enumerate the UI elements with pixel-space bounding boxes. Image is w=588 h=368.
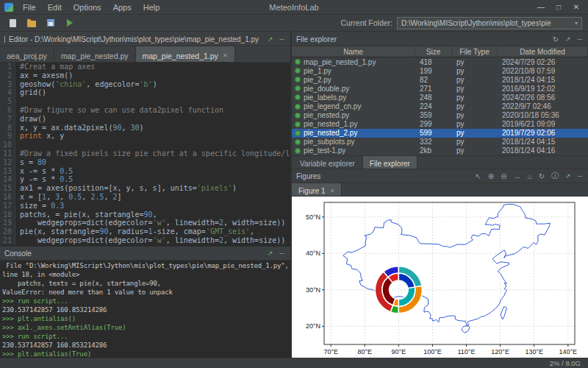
float-panel-icon[interactable]: ↗ [266, 250, 275, 257]
svg-text:20°N: 20°N [306, 322, 320, 330]
file-row[interactable]: pie_double.py271py2016/9/19 12:02 [292, 84, 588, 93]
column-header-date-modified[interactable]: Date Modified [498, 46, 588, 57]
figure-tabs: Figure 1 ✕ [292, 183, 588, 197]
file-row[interactable]: pie_subplots.py332py2018/1/24 04:15 [292, 138, 588, 146]
file-row[interactable]: pie_1.py199py2022/10/8 07:59 [292, 66, 588, 75]
current-folder-value: D:\Working\MIScript\Jython\mis\plot_type… [401, 19, 551, 27]
file-name: pie_labels.py [304, 93, 346, 102]
collapse-panel-icon[interactable]: ─ [576, 35, 584, 43]
figure-tab[interactable]: Figure 1 ✕ [292, 183, 342, 196]
collapse-panel-icon[interactable]: ─ [576, 172, 584, 180]
file-type-cell: py [452, 146, 498, 155]
column-header-size[interactable]: Size [415, 46, 452, 57]
file-type-cell: py [452, 67, 498, 75]
svg-text:80°E: 80°E [357, 348, 372, 355]
file-name: pie_nested_2.py [304, 129, 357, 137]
file-name: pie_1.py [304, 67, 331, 75]
float-panel-icon[interactable]: ↗ [266, 35, 275, 43]
console-line: >>> plt.antialias(True) [2, 350, 288, 358]
file-row[interactable]: pie_nested.py359py2020/10/18 05:36 [292, 111, 588, 120]
file-type-cell: py [452, 129, 498, 137]
editor-tab[interactable]: map_pie_nested.py [54, 46, 136, 62]
svg-text:40°N: 40°N [306, 250, 320, 257]
python-file-icon [295, 139, 301, 145]
open-file-button[interactable] [25, 16, 38, 29]
file-row[interactable]: pie_2.py82py2018/1/24 04:15 [292, 75, 588, 84]
python-file-icon [295, 94, 301, 100]
tab-variable-explorer[interactable]: Variable explorer [293, 156, 362, 169]
code-line: 2ax = axesm() [0, 71, 290, 80]
tab-close-icon[interactable]: ✕ [330, 188, 335, 194]
run-button[interactable] [63, 16, 76, 29]
file-row[interactable]: map_pie_nested_1.py418py2024/7/29 02:26 [292, 57, 588, 66]
full-extent-icon[interactable]: ⌂ [526, 172, 534, 180]
figure-canvas[interactable]: 70°E80°E90°E100°E110°E120°E130°E140°E20°… [292, 197, 588, 358]
code-editor[interactable]: 1#Creat a map axes2ax = axesm()3geoshow(… [0, 63, 290, 247]
file-type-cell: py [452, 138, 498, 146]
editor-tab[interactable]: map_pie_nested_1.py✕ [136, 46, 235, 62]
code-text: pie(x, startangle=90, radius=1-size, cma… [20, 227, 254, 236]
file-row[interactable]: pie_legend_cn.py224py2022/9/7 02:46 [292, 102, 588, 110]
file-row[interactable]: pie_nested_2.py599py2019/7/29 02:06 [292, 129, 588, 138]
select-cursor-icon[interactable]: ↖ [473, 172, 482, 180]
zoom-in-icon[interactable]: ⊕ [487, 172, 495, 180]
save-button[interactable] [44, 16, 57, 29]
python-file-icon [295, 113, 301, 118]
current-folder-combobox[interactable]: D:\Working\MIScript\Jython\mis\plot_type… [397, 17, 582, 29]
tab-file-explorer[interactable]: File explorer [363, 156, 417, 169]
file-table-header[interactable]: NameSizeFile TypeDate Modified [292, 46, 588, 57]
file-row[interactable]: pie_labels.py248py2024/2/26 08:56 [292, 93, 588, 102]
column-header-file-type[interactable]: File Type [452, 46, 498, 57]
file-type-cell: py [452, 111, 498, 119]
line-number: 9 [0, 132, 15, 141]
console-line: >>> run script... [2, 332, 288, 341]
python-file-icon [295, 130, 301, 136]
file-row[interactable]: pie_test-1.py2kbpy2018/1/24 04:16 [292, 146, 588, 155]
code-text: ax1 = axes(position=[x, y, s, s], units=… [20, 184, 237, 193]
menu-apps[interactable]: Apps [107, 1, 137, 13]
figures-panel-title: Figures [296, 172, 320, 180]
maximize-button[interactable]: □ [550, 3, 567, 11]
editor-tab-label: aea_proj.py [7, 52, 47, 60]
line-number: 12 [0, 158, 15, 167]
console-output[interactable]: File "D:\Working\MIScript\Jython\mis\plo… [0, 261, 290, 358]
menu-file[interactable]: File [17, 1, 42, 13]
code-text: #Draw a fixed pixels size pie chart at a… [20, 149, 290, 158]
refresh-icon[interactable]: ↻ [551, 35, 560, 43]
collapse-panel-icon[interactable]: ─ [279, 35, 286, 43]
window-controls: — □ ✕ [532, 3, 585, 11]
editor-tab[interactable]: aea_proj.py [0, 46, 54, 62]
collapse-panel-icon[interactable]: ─ [279, 250, 286, 257]
menu-options[interactable]: Options [68, 1, 107, 13]
console-line: patchs, texts = pie(x, startangle=90, [2, 279, 288, 288]
dropdown-arrow-icon[interactable]: ▾ [575, 20, 578, 26]
identify-icon[interactable]: ⓘ [550, 171, 560, 181]
rotate-icon[interactable]: ↻ [537, 172, 546, 180]
column-header-name[interactable]: Name [292, 46, 415, 57]
menu-edit[interactable]: Edit [42, 1, 68, 13]
tab-close-icon[interactable]: ✕ [223, 52, 228, 59]
file-name-cell: pie_legend_cn.py [292, 102, 415, 110]
code-line: 13x -= s * 0.5 [0, 167, 290, 176]
code-line: 18patchs, = pie(x, startangle=90, [0, 210, 290, 219]
zoom-out-icon[interactable]: ⊖ [499, 172, 508, 180]
new-script-button[interactable] [6, 16, 19, 29]
china-map-pie-chart: 70°E80°E90°E100°E110°E120°E130°E140°E20°… [292, 197, 587, 358]
file-size-cell: 248 [415, 93, 452, 102]
editor-panel-title: Editor - D:\Working\MIScript\Jython\mis\… [9, 35, 259, 43]
file-size-cell: 224 [415, 102, 452, 110]
svg-text:30°N: 30°N [306, 286, 320, 294]
pan-icon[interactable]: ↔ [512, 172, 523, 180]
memory-indicator[interactable]: 2% / 8.0G [550, 359, 581, 367]
console-panel-header: Console ↗ ─ [0, 247, 290, 261]
menu-help[interactable]: Help [137, 1, 166, 13]
float-panel-icon[interactable]: ↗ [564, 172, 573, 180]
file-type-cell: py [452, 58, 498, 66]
float-panel-icon[interactable]: ↗ [564, 35, 573, 43]
minimize-button[interactable]: — [532, 3, 550, 11]
file-row[interactable]: pie_nested_1.py299py2019/6/21 09:09 [292, 120, 588, 129]
code-line: 3geoshow('china', edgecolor='b') [0, 80, 290, 89]
file-name-cell: pie_subplots.py [292, 138, 415, 146]
close-button[interactable]: ✕ [567, 3, 585, 11]
file-explorer-title: File explorer [296, 35, 337, 43]
